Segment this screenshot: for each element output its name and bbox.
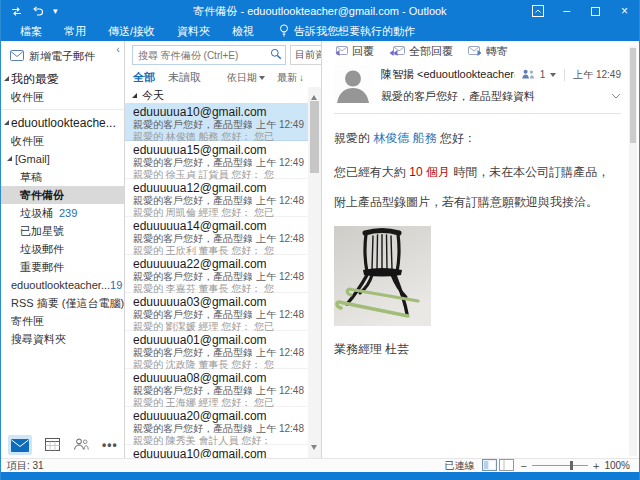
folder-section-favorites[interactable]: 我的最愛	[1, 70, 124, 88]
more-apps-icon[interactable]: •••	[102, 438, 118, 452]
signature-line: 業務經理 杜芸	[334, 341, 621, 358]
filter-unread-tab[interactable]: 未讀取	[168, 70, 201, 85]
zoom-slider[interactable]	[532, 465, 588, 466]
ribbon-tab-bar: 檔案 常用 傳送/接收 資料夾 檢視 告訴我您想要執行的動作	[1, 22, 639, 41]
tab-view[interactable]: 檢視	[221, 22, 265, 41]
undo-icon[interactable]	[32, 6, 44, 16]
folder-item-spam[interactable]: 垃圾郵件	[1, 240, 124, 258]
folder-item-important[interactable]: 重要郵件	[1, 258, 124, 276]
lightbulb-icon	[279, 24, 289, 39]
scrollbar-thumb[interactable]	[630, 48, 636, 143]
close-button[interactable]: ×	[610, 0, 639, 22]
tab-home[interactable]: 常用	[53, 22, 97, 41]
recipients-icon[interactable]	[521, 69, 535, 81]
message-body: 親愛的 林俊德 船務 您好： 您已經有大約 10 個月 時間，未在本公司訂購產品…	[334, 130, 621, 358]
reply-all-button[interactable]: 全部回覆	[389, 44, 453, 59]
mail-nav-icon[interactable]	[8, 435, 32, 455]
collapse-pane-icon[interactable]: ‹	[116, 43, 120, 55]
window-bottom-border	[1, 472, 639, 480]
product-photo-rocking-chair	[334, 226, 431, 326]
message-row[interactable]: eduuuuua03@gmail.com 親愛的客戶您好，產品型錄資料上午 12…	[125, 293, 308, 331]
folder-item-gmail[interactable]: [Gmail]	[1, 150, 124, 168]
filter-all-tab[interactable]: 全部	[133, 70, 155, 85]
expand-triangle-icon[interactable]	[4, 120, 9, 125]
folder-item-starred[interactable]: 已加星號	[1, 222, 124, 240]
message-row[interactable]: eduuuuua14@gmail.com 親愛的客戶您好，產品型錄資料上午 12…	[125, 217, 308, 255]
main-area: ‹ 新增電子郵件 我的最愛 收件匣 eduoutlookteache... 收件…	[1, 41, 639, 458]
tab-send-receive[interactable]: 傳送/接收	[97, 22, 166, 41]
forward-icon	[468, 45, 482, 58]
tell-me-box[interactable]: 告訴我您想要執行的動作	[265, 24, 415, 39]
search-input[interactable]	[138, 50, 270, 61]
maximize-button[interactable]	[581, 0, 610, 22]
people-nav-icon[interactable]	[73, 438, 89, 452]
folder-item-trash[interactable]: 垃圾桶239	[1, 204, 124, 222]
sort-by-date-dropdown[interactable]: 依日期	[227, 71, 265, 85]
expand-triangle-icon[interactable]	[7, 156, 12, 161]
unread-count: 239	[59, 207, 77, 219]
forward-button[interactable]: 轉寄	[468, 44, 508, 59]
folder-item-sent[interactable]: 寄件備份	[1, 186, 124, 204]
folder-item-drafts[interactable]: 草稿	[1, 168, 124, 186]
message-list-scroll-area: 今天 eduuuuua10@gmail.com 親愛的客戶您好，產品型錄資料上午…	[125, 87, 321, 458]
scrollbar-thumb[interactable]	[310, 101, 319, 173]
folder-item-inbox-favorite[interactable]: 收件匣	[1, 88, 124, 106]
tab-file[interactable]: 檔案	[9, 22, 53, 41]
calendar-nav-icon[interactable]	[45, 437, 60, 453]
message-row[interactable]: eduuuuua20@gmail.com 親愛的客戶您好，產品型錄資料上午 12…	[125, 407, 308, 445]
divider	[1, 109, 124, 110]
sort-newest-toggle[interactable]: 最新↓	[277, 71, 304, 85]
arrow-down-icon: ↓	[299, 72, 304, 83]
message-row[interactable]: eduuuuua10@gmail.com 親愛的客戶您好，產品型錄資料上午 12…	[125, 103, 308, 141]
new-email-label: 新增電子郵件	[29, 49, 95, 64]
zoom-out-button[interactable]: −	[521, 460, 527, 472]
zoom-slider-thumb[interactable]	[570, 461, 573, 470]
search-icon[interactable]	[270, 48, 282, 62]
folder-item-inbox[interactable]: 收件匣	[1, 132, 124, 150]
folder-item-search-folders[interactable]: 搜尋資料夾	[1, 330, 124, 348]
zoom-in-button[interactable]: +	[593, 460, 599, 472]
sender-name: 陳智揚	[381, 68, 414, 80]
expand-triangle-icon	[132, 93, 137, 98]
list-scrollbar[interactable]	[308, 87, 321, 458]
search-box[interactable]	[132, 45, 286, 65]
reply-button[interactable]: 回覆	[334, 44, 374, 59]
search-scope-dropdown[interactable]: 目前資料夾	[290, 45, 322, 65]
reply-icon	[334, 45, 348, 58]
ribbon-display-options-icon[interactable]	[523, 0, 552, 22]
minimize-button[interactable]: –	[552, 0, 581, 22]
normal-view-icon[interactable]	[482, 459, 497, 473]
zoom-level[interactable]: 100%	[604, 460, 630, 471]
message-row[interactable]: eduuuuua22@gmail.com 親愛的客戶您好，產品型錄資料上午 12…	[125, 255, 308, 293]
chevron-down-icon[interactable]	[550, 73, 556, 80]
message-list-pane: 目前資料夾 全部 未讀取 依日期 最新↓ 今天 eduuuuua10@gmail…	[125, 41, 322, 458]
folder-item-outbox[interactable]: 寄件匣	[1, 312, 124, 330]
folder-item-account-group[interactable]: eduoutlookteacher...19	[1, 276, 124, 294]
folder-item-rss[interactable]: RSS 摘要 (僅這台電腦)	[1, 294, 124, 312]
avatar[interactable]	[334, 65, 372, 103]
item-count: 項目: 31	[1, 459, 44, 473]
reading-view-icon[interactable]	[499, 459, 514, 473]
scroll-up-icon[interactable]	[311, 92, 317, 100]
unread-count: 19	[110, 279, 124, 291]
message-rows: eduuuuua10@gmail.com 親愛的客戶您好，產品型錄資料上午 12…	[125, 103, 308, 458]
folder-section-account[interactable]: eduoutlookteache...	[1, 114, 124, 132]
message-row[interactable]: eduuuuua12@gmail.com 親愛的客戶您好，產品型錄資料上午 12…	[125, 179, 308, 217]
reading-pane: 回覆 全部回覆 轉寄 陳智揚 <eduoutlookteacher@gmail.…	[322, 41, 639, 458]
group-header-today[interactable]: 今天	[125, 87, 321, 103]
message-row[interactable]: eduuuuua08@gmail.com 親愛的客戶您好，產品型錄資料上午 12…	[125, 369, 308, 407]
qat-customize-icon[interactable]: ▾	[53, 6, 58, 16]
header-meta: 1 上午 12:49	[515, 68, 621, 82]
send-receive-icon[interactable]	[10, 6, 23, 17]
expand-triangle-icon[interactable]	[4, 76, 9, 81]
new-email-button[interactable]: 新增電子郵件	[1, 46, 124, 70]
scroll-down-icon[interactable]	[311, 445, 317, 453]
tab-folder[interactable]: 資料夾	[166, 22, 221, 41]
expand-header-icon[interactable]	[611, 89, 621, 101]
reply-all-icon	[389, 45, 405, 58]
reading-pane-scrollbar[interactable]	[629, 46, 637, 456]
status-right: 已連線 − + 100%	[445, 459, 639, 473]
greeting-line: 親愛的 林俊德 船務 您好：	[334, 130, 621, 147]
message-row[interactable]: eduuuuua15@gmail.com 親愛的客戶您好，產品型錄資料上午 12…	[125, 141, 308, 179]
message-row[interactable]: eduuuuua01@gmail.com 親愛的客戶您好，產品型錄資料上午 12…	[125, 331, 308, 369]
